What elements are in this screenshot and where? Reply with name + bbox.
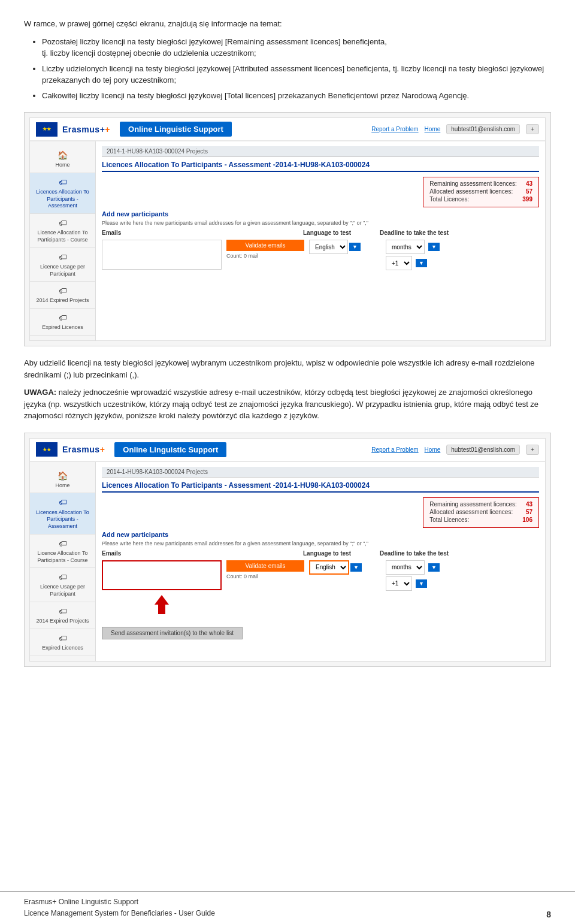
sidebar2-label-expired-projects: 2014 Expired Projects <box>36 618 89 625</box>
allocated-label-2: Allocated assessment licences: <box>429 509 513 515</box>
footer-page-number: 8 <box>546 910 551 919</box>
screenshot-1: ★★ Erasmus++ Online Linguistic Support R… <box>24 112 551 346</box>
licences-assessment-icon-2: 🏷 <box>59 497 67 508</box>
ols-main-2: 2014-1-HU98-KA103-000024 Projects Licenc… <box>96 462 545 661</box>
allocated-value-2: 57 <box>526 509 532 515</box>
count-text-2: Count: 0 mail <box>226 573 304 579</box>
plus1-select[interactable]: +1 <box>386 256 412 270</box>
report-link[interactable]: Report a Problem <box>371 126 418 132</box>
para3-rest: należy jednocześnie wprowadzić wszystkie… <box>24 388 538 420</box>
language-dropdown-arrow-2: ▼ <box>350 563 362 572</box>
eu-stars: ★★ <box>43 126 51 132</box>
remaining-label: Remaining assessment licences: <box>429 180 517 187</box>
sidebar-item-expired-licences[interactable]: 🏷 Expired Licences <box>30 309 95 336</box>
count-text: Count: 0 mail <box>226 253 304 259</box>
sidebar2-item-expired-licences[interactable]: 🏷 Expired Licences <box>30 629 95 656</box>
eu-logo: ★★ <box>36 122 58 137</box>
expired-projects-icon: 🏷 <box>59 285 67 296</box>
add-section-desc-2: Please write here the new participants e… <box>102 540 539 546</box>
footer-line2: Licence Management System for Beneficiar… <box>24 908 215 919</box>
plus1-row: +1 ▼ <box>386 256 440 270</box>
screenshot-2-inner: ★★ Erasmus+ Online Linguistic Support Re… <box>29 438 546 662</box>
user-email[interactable]: hubtest01@enslish.com <box>446 124 520 134</box>
validate-emails-button-2[interactable]: Validate emails <box>226 560 304 572</box>
sidebar-item-expired-projects[interactable]: 🏷 2014 Expired Projects <box>30 282 95 309</box>
sidebar2-label-licences-course: Licence Allocation To Participants - Cou… <box>32 550 93 564</box>
ols-title-bar-2: Online Linguistic Support <box>114 442 226 457</box>
months-row-2: months ▼ <box>386 560 440 575</box>
report-link-2[interactable]: Report a Problem <box>371 446 418 453</box>
header-right-2: Report a Problem Home hubtest01@enslish.… <box>371 445 539 455</box>
breadcrumb-2: 2014-1-HU98-KA103-000024 Projects <box>102 467 539 478</box>
sidebar-item-usage[interactable]: 🏷 Licence Usage per Participant <box>30 248 95 282</box>
sidebar2-item-home[interactable]: 🏠 Home <box>30 467 95 494</box>
expired-licences-icon-2: 🏷 <box>59 633 67 644</box>
eu-stars-2: ★★ <box>43 447 51 452</box>
sidebar2-item-expired-projects[interactable]: 🏷 2014 Expired Projects <box>30 602 95 629</box>
home-icon: 🏠 <box>58 150 68 161</box>
email-input-col <box>102 240 222 271</box>
plus1-select-2[interactable]: +1 <box>386 576 412 591</box>
add-section-desc: Please write here the new participants e… <box>102 220 539 226</box>
remaining-value-2: 43 <box>526 501 532 508</box>
email-textarea-2[interactable] <box>102 560 222 590</box>
home-link[interactable]: Home <box>425 126 441 132</box>
sidebar-item-licences-assessment[interactable]: 🏷 Licences Allocation To Participants - … <box>30 173 95 214</box>
page-title: Licences Allocation To Participants - As… <box>102 161 539 172</box>
sidebar2-item-licences-assessment[interactable]: 🏷 Licences Allocation To Participants - … <box>30 493 95 534</box>
emails-col-label: Emails <box>102 230 222 236</box>
expired-projects-icon-2: 🏷 <box>59 606 67 617</box>
footer-line1: Erasmus+ Online Linguistic Support <box>24 896 215 908</box>
deadline-col-2: months ▼ +1 ▼ <box>386 560 440 591</box>
remaining-row: Remaining assessment licences: 43 <box>429 180 532 187</box>
total-row-2: Total Licences: 106 <box>429 517 532 523</box>
ols-body-2: 🏠 Home 🏷 Licences Allocation To Particip… <box>30 462 545 661</box>
language-select[interactable]: English <box>309 240 348 254</box>
months-row: months ▼ <box>386 240 440 254</box>
language-select-row-2: English ▼ <box>309 560 381 575</box>
intro-paragraph: W ramce, w prawej górnej części ekranu, … <box>24 18 551 30</box>
plus-button-2[interactable]: + <box>526 445 539 455</box>
allocated-row: Allocated assessment licences: 57 <box>429 188 532 195</box>
sidebar-item-licences-course[interactable]: 🏷 Licence Allocation To Participants - C… <box>30 214 95 248</box>
email-textarea[interactable] <box>102 240 222 270</box>
sidebar2-label-licences-assessment: Licences Allocation To Participants - As… <box>32 509 93 530</box>
list-item: Pozostałej liczby licencji na testy bieg… <box>42 36 551 59</box>
para3: UWAGA: należy jednocześnie wprowadzić ws… <box>24 386 551 422</box>
sidebar2-label-usage: Licence Usage per Participant <box>32 584 93 597</box>
list-item: Całkowitej liczby licencji na testy bieg… <box>42 90 551 102</box>
usage-icon-2: 🏷 <box>59 572 67 582</box>
remaining-value: 43 <box>526 180 532 187</box>
home-link-2[interactable]: Home <box>425 446 441 453</box>
total-value: 399 <box>522 196 532 203</box>
page-title-2: Licences Allocation To Participants - As… <box>102 481 539 493</box>
user-email-2[interactable]: hubtest01@enslish.com <box>446 445 520 455</box>
red-arrow-indicator <box>102 594 222 620</box>
language-col-label: Language to test <box>303 230 375 236</box>
send-invitation-button[interactable]: Send assessment invitation(s) to the who… <box>102 627 243 639</box>
plus1-row-2: +1 ▼ <box>386 576 440 591</box>
footer-left: Erasmus+ Online Linguistic Support Licen… <box>24 896 215 919</box>
sidebar-label-licences-assessment: Licences Allocation To Participants - As… <box>32 189 93 210</box>
language-select-2[interactable]: English <box>309 560 349 575</box>
plus-button[interactable]: + <box>526 124 539 134</box>
form-labels-row: Emails Language to test Deadline to take… <box>102 230 539 236</box>
para2: Aby udzielić licencji na testy biegłości… <box>24 357 551 381</box>
sidebar-label-licences-course: Licence Allocation To Participants - Cou… <box>32 230 93 243</box>
svg-marker-0 <box>155 595 169 614</box>
sidebar-label-home: Home <box>55 162 69 169</box>
sidebar2-item-licences-course[interactable]: 🏷 Licence Allocation To Participants - C… <box>30 535 95 569</box>
total-label-2: Total Licences: <box>429 517 469 523</box>
months-select[interactable]: months <box>386 240 425 254</box>
sidebar2-item-usage[interactable]: 🏷 Licence Usage per Participant <box>30 568 95 602</box>
breadcrumb: 2014-1-HU98-KA103-000024 Projects <box>102 146 539 157</box>
validate-emails-button[interactable]: Validate emails <box>226 240 304 251</box>
screenshot-1-inner: ★★ Erasmus++ Online Linguistic Support R… <box>29 117 546 341</box>
validate-col: Validate emails Count: 0 mail <box>226 240 304 259</box>
months-select-2[interactable]: months <box>386 560 425 575</box>
form-inputs-row: Validate emails Count: 0 mail English ▼ <box>102 240 539 271</box>
ols-title-bar: Online Linguistic Support <box>120 122 232 137</box>
sidebar-item-home[interactable]: 🏠 Home <box>30 146 95 173</box>
form-labels-row-2: Emails Language to test Deadline to take… <box>102 550 539 557</box>
deadline-col-label: Deadline to take the test <box>380 230 449 236</box>
